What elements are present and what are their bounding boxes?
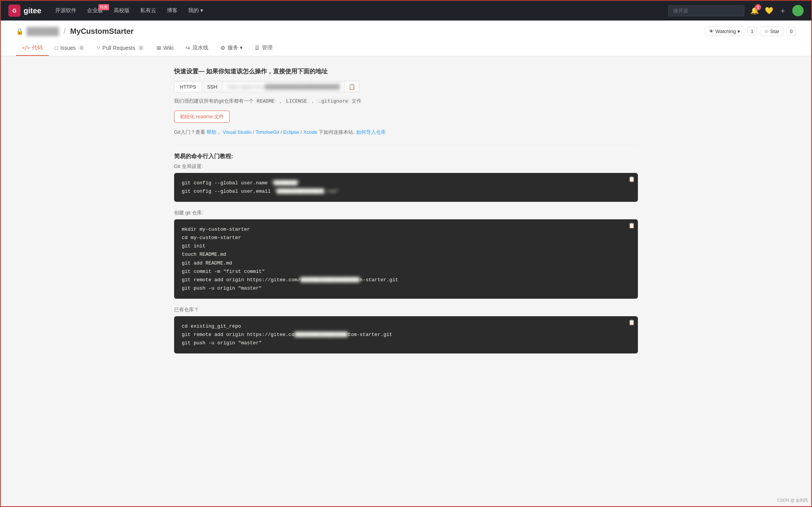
existing-copy-icon[interactable]: 📋 (628, 319, 635, 325)
manage-icon: ☰ (255, 45, 260, 51)
repo-owner[interactable]: ██████ (27, 27, 59, 36)
watch-dropdown-icon: ▾ (737, 29, 740, 34)
repo-title-row: 🔒 ██████ / MyCustomStarter 👁 Watching ▾ … (16, 27, 796, 36)
recommend-text: 我们强烈建议所有的git仓库都有一个 README ， LICENSE ， .g… (174, 98, 638, 105)
star-nav-icon[interactable]: 💛 (765, 6, 773, 15)
copy-icon[interactable]: 📋 (344, 81, 359, 92)
xcode-link[interactable]: Xcode (303, 129, 317, 135)
repo-header: 🔒 ██████ / MyCustomStarter 👁 Watching ▾ … (1, 21, 811, 56)
existing-repo-subtitle: 已有仓库？ (174, 306, 638, 313)
code-icon: </> (22, 45, 30, 51)
pr-icon: ⑂ (97, 45, 100, 51)
star-button[interactable]: ☆ Star (760, 27, 783, 36)
notification-icon[interactable]: 🔔 1 (750, 6, 759, 15)
global-setup-subtitle: Git 全局设置: (174, 163, 638, 170)
tortoisegit-link[interactable]: TortoiseGit (255, 129, 279, 135)
gitee-logo-icon: G (8, 5, 21, 17)
tab-services-label: 服务 ▾ (228, 44, 243, 51)
tab-pr-label: Pull Requests (102, 45, 135, 51)
search-input[interactable] (668, 5, 744, 16)
tab-code[interactable]: </> 代码 (16, 41, 49, 56)
code-touch: touch README.md (182, 250, 630, 259)
eye-icon: 👁 (709, 29, 714, 34)
git-help-text: Git入门？查看 帮助， Visual Studio / TortoiseGit… (174, 129, 638, 136)
tab-wiki-label: Wiki (163, 45, 173, 51)
global-config-code: git config --global user.name "████████"… (174, 173, 638, 202)
repo-actions: 👁 Watching ▾ 1 ☆ Star 0 (705, 27, 796, 36)
star-icon: ☆ (764, 29, 769, 34)
global-code-copy-icon[interactable]: 📋 (628, 176, 635, 182)
create-repo-subtitle: 创建 git 仓库: (174, 209, 638, 216)
watch-label: Watching (715, 29, 736, 34)
nav-enterprise[interactable]: 企业版 特惠 (82, 5, 108, 16)
navbar-nav: 开源软件 企业版 特惠 高校版 私有云 博客 我的 ▾ (51, 5, 659, 16)
gitignore-code: .gitignore (317, 98, 350, 104)
issues-icon: □ (55, 45, 58, 51)
create-repo-code-area: mkdir my-custom-starter cd my-custom-sta… (174, 219, 638, 299)
repo-tabs: </> 代码 □ Issues 0 ⑂ Pull Requests 0 ⊞ Wi… (16, 41, 796, 56)
code-cd: cd my-custom-starter (182, 234, 630, 242)
tab-pipeline-label: 流水线 (192, 44, 208, 51)
watch-count: 1 (747, 27, 757, 36)
init-readme-button[interactable]: 初始化 readme 文件 (174, 111, 230, 123)
nav-mine[interactable]: 我的 ▾ (184, 5, 208, 16)
repo-url-input[interactable] (223, 82, 344, 92)
repo-name[interactable]: MyCustomStarter (70, 27, 134, 36)
tab-pullrequests[interactable]: ⑂ Pull Requests 0 (91, 41, 151, 55)
tab-manage-label: 管理 (262, 44, 273, 51)
wiki-icon: ⊞ (157, 45, 161, 51)
nav-university[interactable]: 高校版 (109, 5, 134, 16)
watch-button[interactable]: 👁 Watching ▾ (705, 27, 744, 36)
code-git-init: git init (182, 242, 630, 250)
code-cd-existing: cd existing_git_repo (182, 322, 630, 331)
section-title-cli: 简易的命令行入门教程: (174, 153, 638, 160)
navbar: G gitee 开源软件 企业版 特惠 高校版 私有云 博客 我的 ▾ (1, 1, 811, 21)
tab-code-label: 代码 (32, 44, 43, 51)
tab-issues[interactable]: □ Issues 0 (49, 41, 91, 55)
issues-badge: 0 (78, 45, 85, 51)
brand-name: gitee (24, 6, 41, 15)
notification-badge: 1 (755, 4, 761, 10)
license-code: LICENSE (284, 98, 309, 104)
services-icon: ⚙ (220, 45, 225, 51)
nav-private-cloud[interactable]: 私有云 (136, 5, 161, 16)
visualstudio-link[interactable]: Visual Studio (223, 129, 252, 135)
user-avatar[interactable] (792, 5, 804, 16)
code-push: git push -u origin "master" (182, 284, 630, 293)
ssh-button[interactable]: SSH (202, 82, 223, 92)
main-content: 快速设置— 如果你知道该怎么操作，直接使用下面的地址 HTTPS SSH 📋 我… (159, 56, 653, 372)
quick-setup-title: 快速设置— 如果你知道该怎么操作，直接使用下面的地址 (174, 68, 638, 76)
code-line-2: git config --global user.email "████████… (182, 187, 630, 196)
import-repo-link[interactable]: 如何导入仓库 (356, 129, 386, 135)
watermark: CSDN @ 金利民 (777, 497, 808, 503)
help-link[interactable]: 帮助 (206, 129, 216, 135)
eclipse-link[interactable]: Eclipse (283, 129, 299, 135)
code-commit: git commit -m "first commit" (182, 268, 630, 276)
pr-badge: 0 (138, 45, 144, 51)
existing-repo-code-area: cd existing_git_repo git remote add orig… (174, 316, 638, 353)
code-remote-existing: git remote add origin https://gitee.co██… (182, 331, 630, 339)
page-wrapper: G gitee 开源软件 企业版 特惠 高校版 私有云 博客 我的 ▾ (0, 0, 812, 507)
nav-blog[interactable]: 博客 (162, 5, 182, 16)
readme-code: README (255, 98, 276, 104)
tab-services[interactable]: ⚙ 服务 ▾ (214, 41, 249, 56)
brand-logo[interactable]: G gitee (8, 5, 41, 17)
tab-pipeline[interactable]: ↪ 流水线 (179, 41, 214, 56)
code-mkdir: mkdir my-custom-starter (182, 225, 630, 234)
add-icon[interactable]: ＋ (779, 6, 786, 15)
code-push-existing: git push -u origin "master" (182, 339, 630, 347)
https-button[interactable]: HTTPS (174, 82, 202, 92)
divider-1 (174, 145, 638, 145)
tab-manage[interactable]: ☰ 管理 (249, 41, 279, 56)
blurred-username: "████████" (271, 180, 300, 186)
blurred-email: "████████████████.com" (274, 189, 339, 194)
star-count: 0 (787, 27, 796, 36)
tab-wiki[interactable]: ⊞ Wiki (151, 41, 179, 55)
navbar-right: 🔔 1 💛 ＋ (668, 5, 804, 16)
code-add: git add README.md (182, 259, 630, 268)
pipeline-icon: ↪ (186, 45, 190, 51)
star-label: Star (770, 29, 779, 34)
nav-opensource[interactable]: 开源软件 (51, 5, 81, 16)
create-repo-copy-icon[interactable]: 📋 (628, 222, 635, 228)
code-remote: git remote add origin https://gitee.com/… (182, 276, 630, 284)
